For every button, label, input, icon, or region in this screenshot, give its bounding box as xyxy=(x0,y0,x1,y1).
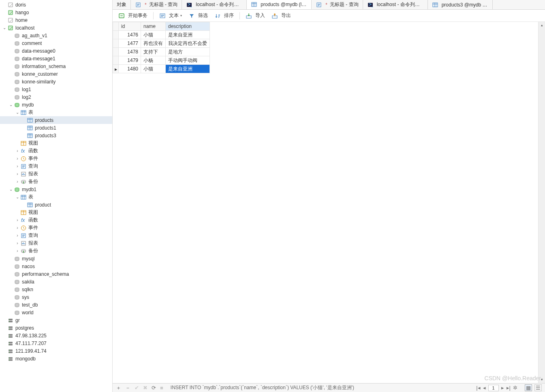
tree-node[interactable]: ›报表 xyxy=(0,170,112,178)
tree-node[interactable]: ·sakila xyxy=(0,278,112,285)
table-row[interactable]: 1477再也没有我决定再也不会爱 xyxy=(113,39,210,48)
tab[interactable]: 对象 xyxy=(113,0,131,9)
expand-arrow-icon[interactable]: ⌄ xyxy=(2,26,7,30)
tree-node[interactable]: ·hango xyxy=(0,9,112,16)
column-header[interactable]: id xyxy=(119,22,141,31)
export-button[interactable]: 导出 xyxy=(269,11,293,20)
delete-row-button[interactable]: － xyxy=(125,384,130,392)
data-grid[interactable]: idnamedescription1476小猫是来自亚洲1477再也没有我决定再… xyxy=(113,22,210,73)
cell-id[interactable]: 1480 xyxy=(119,65,141,73)
cell-description[interactable]: 是来自亚洲 xyxy=(166,65,210,73)
tree-node[interactable]: ›fx函数 xyxy=(0,216,112,224)
begin-transaction-button[interactable]: 开始事务 xyxy=(116,11,150,20)
import-button[interactable]: 导入 xyxy=(243,11,267,20)
expand-arrow-icon[interactable]: ⌄ xyxy=(15,110,20,115)
tree-node[interactable]: ›事件 xyxy=(0,224,112,232)
row-indicator[interactable] xyxy=(113,39,119,48)
row-indicator[interactable] xyxy=(113,65,119,73)
form-view-button[interactable]: ☰ xyxy=(534,384,542,391)
apply-button[interactable]: ✔ xyxy=(135,385,139,391)
tree-node[interactable]: ·postgres xyxy=(0,324,112,332)
tree-node[interactable]: ·products xyxy=(0,116,112,124)
tree-node[interactable]: ·product xyxy=(0,201,112,209)
filter-button[interactable]: 筛选 xyxy=(186,11,210,20)
tree-node[interactable]: ›报表 xyxy=(0,239,112,247)
expand-arrow-icon[interactable]: › xyxy=(15,218,20,222)
cell-description[interactable]: 是来自亚洲 xyxy=(166,31,210,39)
expand-arrow-icon[interactable]: › xyxy=(15,241,20,245)
tree-node[interactable]: ·konne_customer xyxy=(0,70,112,78)
first-page-button[interactable]: |◂ xyxy=(476,385,480,391)
sort-button[interactable]: 排序 xyxy=(212,11,236,20)
tab[interactable]: products @mydb (lo... xyxy=(247,0,312,9)
expand-arrow-icon[interactable]: › xyxy=(15,172,20,176)
row-indicator[interactable] xyxy=(113,56,119,65)
tree-node[interactable]: ·视图 xyxy=(0,139,112,147)
add-row-button[interactable]: ＋ xyxy=(116,384,121,392)
tab[interactable]: >_localhost - 命令列界面 xyxy=(182,0,247,9)
tree-node[interactable]: ·products3 xyxy=(0,132,112,139)
tree-node[interactable]: ·doris xyxy=(0,1,112,9)
tree-node[interactable]: ›查询 xyxy=(0,232,112,239)
expand-arrow-icon[interactable]: › xyxy=(15,149,20,153)
tree-node[interactable]: ·comment xyxy=(0,39,112,47)
settings-icon[interactable]: ✲ xyxy=(513,385,517,391)
last-page-button[interactable]: ▸| xyxy=(507,385,511,391)
row-indicator[interactable] xyxy=(113,48,119,56)
expand-arrow-icon[interactable]: › xyxy=(15,233,20,238)
vertical-scrollbar[interactable]: ▴ ▾ xyxy=(538,22,545,383)
cell-name[interactable]: 小猫 xyxy=(141,65,166,73)
tree-node[interactable]: ·products1 xyxy=(0,124,112,132)
tab[interactable]: products3 @mydb (l... xyxy=(428,0,493,9)
expand-arrow-icon[interactable]: ⌄ xyxy=(15,195,20,199)
cancel-button[interactable]: ✖ xyxy=(143,385,147,391)
column-header[interactable]: description xyxy=(166,22,210,31)
tab[interactable]: >_localhost - 命令列界面 xyxy=(363,0,428,9)
tree-node[interactable]: ·121.199.41.74 xyxy=(0,347,112,355)
next-page-button[interactable]: ▸ xyxy=(501,385,504,391)
expand-arrow-icon[interactable]: › xyxy=(15,156,20,161)
tree-node[interactable]: ›事件 xyxy=(0,155,112,162)
stop-button[interactable]: ■ xyxy=(160,385,163,391)
table-row[interactable]: 1480小猫是来自亚洲 xyxy=(113,65,210,73)
tree-node[interactable]: ›备份 xyxy=(0,178,112,185)
tree-node[interactable]: ·data-message0 xyxy=(0,47,112,55)
tree-node[interactable]: ·mongodb xyxy=(0,355,112,362)
tree-node[interactable]: ·mysql xyxy=(0,255,112,262)
cell-description[interactable]: 手动阀手动阀 xyxy=(166,56,210,65)
tree-node[interactable]: ·data-message1 xyxy=(0,55,112,62)
cell-id[interactable]: 1476 xyxy=(119,31,141,39)
tab[interactable]: *无标题 - 查询 xyxy=(312,0,363,9)
refresh-button[interactable]: ⟳ xyxy=(152,385,156,391)
table-row[interactable]: 1476小猫是来自亚洲 xyxy=(113,31,210,39)
cell-name[interactable]: 再也没有 xyxy=(141,39,166,48)
data-grid-area[interactable]: idnamedescription1476小猫是来自亚洲1477再也没有我决定再… xyxy=(113,22,545,383)
expand-arrow-icon[interactable]: › xyxy=(15,164,20,168)
scroll-up-icon[interactable]: ▴ xyxy=(539,22,545,29)
tree-node[interactable]: ·world xyxy=(0,309,112,316)
tree-node[interactable]: ⌄表 xyxy=(0,109,112,116)
cell-name[interactable]: 小杨 xyxy=(141,56,166,65)
table-row[interactable]: 1478支持下是地方 xyxy=(113,48,210,56)
tree-node[interactable]: ·information_schema xyxy=(0,62,112,70)
row-indicator[interactable] xyxy=(113,31,119,39)
tree-node[interactable]: ·视图 xyxy=(0,209,112,216)
tree-node[interactable]: ·gr xyxy=(0,316,112,324)
tree-node[interactable]: ·performance_schema xyxy=(0,270,112,278)
scroll-down-icon[interactable]: ▾ xyxy=(539,376,545,383)
tree-node[interactable]: ›fx函数 xyxy=(0,147,112,155)
tree-node[interactable]: ·log2 xyxy=(0,93,112,101)
expand-arrow-icon[interactable]: › xyxy=(15,179,20,184)
prev-page-button[interactable]: ◂ xyxy=(483,385,486,391)
grid-view-button[interactable]: ▦ xyxy=(525,384,532,391)
table-row[interactable]: 1479小杨手动阀手动阀 xyxy=(113,56,210,65)
cell-name[interactable]: 支持下 xyxy=(141,48,166,56)
tree-node[interactable]: ·ag_auth_v1 xyxy=(0,32,112,39)
tree-node[interactable]: ·konne-similarity xyxy=(0,78,112,85)
tree-node[interactable]: ·nacos xyxy=(0,262,112,270)
column-header[interactable]: name xyxy=(141,22,166,31)
page-input[interactable] xyxy=(488,385,499,391)
tree-node[interactable]: ·47.111.77.207 xyxy=(0,339,112,347)
tree-node[interactable]: ·47.98.138.225 xyxy=(0,332,112,339)
tree-node[interactable]: ›备份 xyxy=(0,247,112,255)
